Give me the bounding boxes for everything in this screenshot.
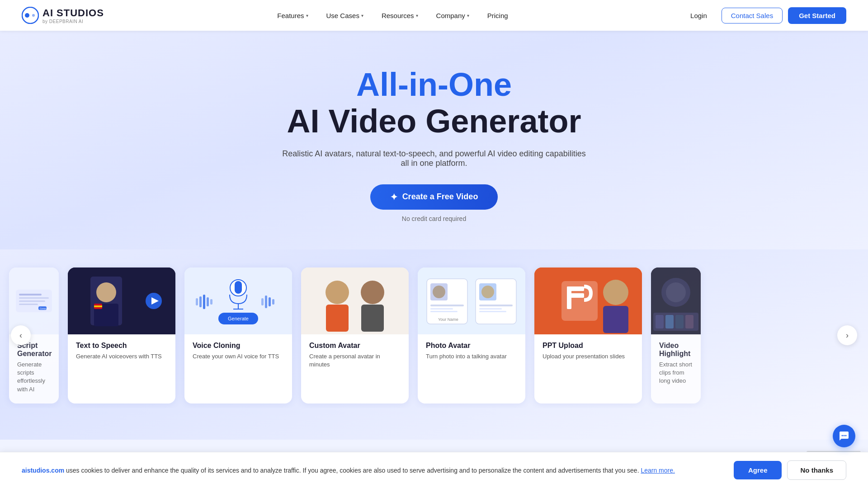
chevron-down-icon: ▾	[306, 13, 308, 18]
ppt-illustration	[534, 267, 642, 334]
svg-point-1	[25, 13, 29, 18]
navbar: AI STUDIOS by DEEPBRAIN AI Features ▾ Us…	[0, 0, 868, 31]
svg-rect-20	[235, 281, 242, 294]
svg-rect-34	[301, 267, 409, 334]
svg-rect-36	[326, 305, 349, 332]
hero-section: All-in-One AI Video Generator Realistic …	[0, 31, 868, 249]
contact-sales-button[interactable]: Contact Sales	[722, 8, 783, 23]
list-item[interactable]: Video Highlight Extract short clips from…	[651, 267, 701, 404]
list-item[interactable]: PPT Upload Upload your presentation slid…	[534, 267, 642, 404]
nav-company[interactable]: Company ▾	[429, 8, 476, 23]
card-desc: Turn photo into a talking avatar	[426, 352, 517, 361]
list-item[interactable]: Generate	[184, 267, 292, 404]
nav-usecases[interactable]: Use Cases ▾	[319, 8, 371, 23]
no-credit-text: No credit card required	[402, 215, 466, 222]
svg-rect-32	[269, 297, 271, 306]
card-title: PPT Upload	[542, 342, 634, 350]
svg-rect-43	[430, 305, 464, 306]
list-item[interactable]: Your Name Photo Avatar Turn photo into a…	[418, 267, 525, 404]
nav-links: Features ▾ Use Cases ▾ Resources ▾ Compa…	[270, 8, 515, 23]
svg-point-0	[22, 7, 38, 23]
script-illustration: Generate	[14, 287, 54, 314]
card-title: Photo Avatar	[426, 342, 517, 350]
cookie-banner: aistudios.com uses cookies to deliver an…	[0, 452, 868, 488]
svg-rect-60	[603, 306, 628, 333]
chevron-down-icon: ▾	[416, 13, 418, 18]
svg-point-35	[326, 281, 349, 304]
logo-text: AI STUDIOS	[42, 7, 104, 19]
nav-resources[interactable]: Resources ▾	[374, 8, 425, 23]
list-item[interactable]: Custom Avatar Create a personal avatar i…	[301, 267, 409, 404]
card-image	[651, 267, 701, 334]
svg-rect-68	[685, 315, 693, 328]
svg-point-12	[96, 282, 116, 302]
card-body: Video Highlight Extract short clips from…	[651, 334, 701, 395]
svg-rect-44	[430, 308, 453, 310]
svg-rect-29	[210, 299, 212, 305]
hero-description: Realistic AI avatars, natural text-to-sp…	[280, 149, 588, 168]
svg-rect-50	[479, 305, 513, 306]
hero-headline: All-in-One AI Video Generator	[287, 67, 581, 140]
svg-rect-67	[675, 315, 684, 328]
chat-icon	[839, 431, 849, 441]
carousel-wrapper: ‹ Generate Script Generat	[0, 258, 868, 413]
svg-rect-45	[430, 311, 458, 312]
card-desc: Create a personal avatar in minutes	[309, 352, 401, 369]
card-image: Your Name	[418, 267, 525, 334]
card-desc: Upload your presentation slides	[542, 352, 634, 361]
svg-rect-66	[665, 315, 674, 328]
card-desc: Generate scripts effortlessly with AI	[17, 361, 51, 394]
svg-rect-7	[19, 304, 38, 305]
svg-rect-15	[94, 305, 102, 307]
voice-illustration: Generate	[184, 267, 292, 334]
card-title: Voice Cloning	[193, 342, 284, 350]
chat-bubble-button[interactable]	[833, 425, 855, 447]
nav-features[interactable]: Features ▾	[270, 8, 315, 23]
card-image	[301, 267, 409, 334]
card-image: Generate	[184, 267, 292, 334]
cookie-text: aistudios.com uses cookies to deliver an…	[22, 467, 723, 474]
login-button[interactable]: Login	[681, 8, 716, 23]
video-illustration	[651, 267, 701, 334]
chevron-right-icon: ›	[846, 331, 849, 340]
svg-rect-51	[479, 308, 502, 310]
svg-point-69	[842, 435, 843, 436]
svg-rect-25	[196, 298, 198, 305]
card-image: Generate	[9, 267, 59, 334]
svg-point-63	[666, 282, 686, 302]
svg-rect-27	[203, 295, 205, 309]
card-image	[68, 267, 175, 334]
agree-button[interactable]: Agree	[734, 461, 782, 479]
svg-rect-28	[207, 297, 209, 306]
svg-rect-33	[272, 299, 274, 305]
svg-rect-57	[567, 286, 584, 291]
hero-allinone-text: All-in-One	[287, 67, 581, 103]
no-thanks-button[interactable]: No thanks	[787, 460, 846, 480]
carousel-section: ‹ Generate Script Generat	[0, 249, 868, 440]
cookie-actions: Agree No thanks	[734, 460, 846, 480]
card-title: Text to Speech	[76, 342, 167, 350]
logo[interactable]: AI STUDIOS by DEEPBRAIN AI	[22, 7, 104, 24]
svg-rect-31	[265, 296, 267, 308]
svg-point-71	[845, 435, 847, 436]
card-title: Video Highlight	[659, 342, 693, 358]
card-body: Voice Cloning Create your own AI voice f…	[184, 334, 292, 371]
svg-point-42	[433, 286, 445, 298]
learn-more-link[interactable]: Learn more.	[641, 467, 675, 474]
svg-rect-65	[656, 315, 664, 328]
cookie-site-link[interactable]: aistudios.com	[22, 467, 64, 474]
card-desc: Generate AI voiceovers with TTS	[76, 352, 167, 361]
card-body: Text to Speech Generate AI voiceovers wi…	[68, 334, 175, 371]
get-started-button[interactable]: Get Started	[788, 7, 846, 24]
svg-rect-6	[19, 300, 45, 302]
chevron-left-icon: ‹	[19, 331, 22, 340]
nav-pricing[interactable]: Pricing	[480, 8, 515, 23]
photo-avatar-illustration: Your Name	[418, 267, 525, 334]
svg-rect-58	[567, 293, 584, 298]
create-free-video-button[interactable]: ✦ Create a Free Video	[370, 184, 498, 210]
svg-point-49	[481, 286, 494, 298]
svg-rect-30	[261, 298, 264, 305]
svg-rect-4	[19, 294, 42, 296]
carousel-track: Generate Script Generator Generate scrip…	[0, 263, 868, 408]
list-item[interactable]: Text to Speech Generate AI voiceovers wi…	[68, 267, 175, 404]
